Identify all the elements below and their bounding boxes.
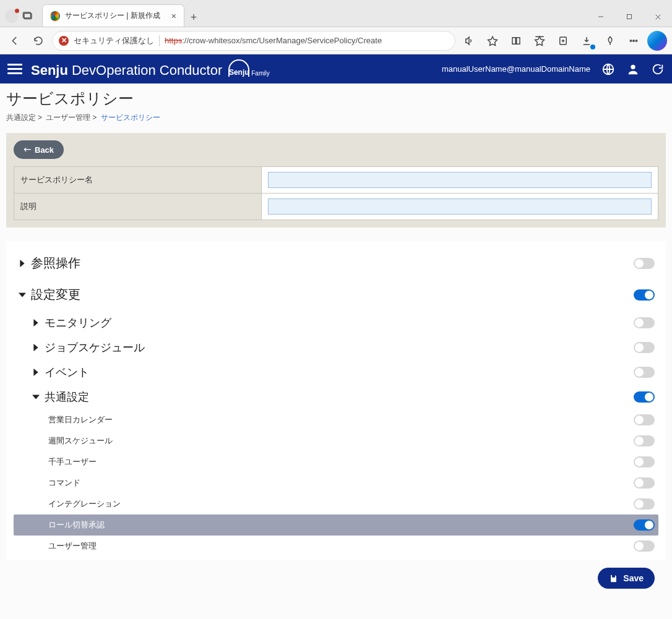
toggle-integration[interactable] xyxy=(634,498,655,510)
input-description[interactable] xyxy=(268,199,652,215)
crumb-service-policy: サービスポリシー xyxy=(101,113,160,122)
reload-app-icon[interactable] xyxy=(651,62,665,76)
node-user-manage[interactable]: ユーザー管理 xyxy=(14,536,658,557)
page-title: サービスポリシー xyxy=(6,88,666,109)
app-header: Senju DevOperation Conductor Senju Famil… xyxy=(0,54,672,83)
svg-point-15 xyxy=(633,40,634,41)
toggle-common[interactable] xyxy=(634,391,655,403)
browser-toolbar: ✕ セキュリティ保護なし https://crow-whitesox/smc/U… xyxy=(0,27,672,54)
toggle-reference[interactable] xyxy=(634,258,655,269)
security-label: セキュリティ保護なし xyxy=(74,35,154,46)
node-jobschedule[interactable]: ジョブスケジュール xyxy=(14,335,658,360)
input-policy-name[interactable] xyxy=(268,172,652,188)
toggle-role-switch[interactable] xyxy=(634,519,655,531)
active-tab[interactable]: サービスポリシー | 新規作成 × xyxy=(42,4,184,27)
svg-point-18 xyxy=(631,64,635,69)
brand: Senju DevOperation Conductor Senju Famil… xyxy=(31,59,270,79)
svg-marker-22 xyxy=(33,344,38,351)
node-config[interactable]: 設定変更 xyxy=(14,279,658,310)
back-button[interactable]: 🡐Back xyxy=(14,140,64,159)
new-tab-button[interactable]: + xyxy=(184,8,203,27)
toggle-jobschedule[interactable] xyxy=(634,342,655,353)
node-event[interactable]: イベント xyxy=(14,360,658,385)
node-weekly[interactable]: 週間スケジュール xyxy=(14,430,658,451)
tab-title: サービスポリシー | 新規作成 xyxy=(65,11,166,21)
split-screen-icon[interactable] xyxy=(506,31,526,51)
toggle-event[interactable] xyxy=(634,367,655,378)
profile-indicator[interactable] xyxy=(5,9,19,23)
close-tab-icon[interactable]: × xyxy=(171,11,176,21)
node-reference[interactable]: 参照操作 xyxy=(14,247,658,279)
favorite-icon[interactable] xyxy=(483,31,502,51)
label-description: 説明 xyxy=(14,194,262,220)
user-label: manualUserName@manualDomainName xyxy=(442,64,590,74)
node-role-switch[interactable]: ロール切替承認 xyxy=(14,514,658,536)
node-integration[interactable]: インテグレーション xyxy=(14,493,658,514)
toggle-senju-user[interactable] xyxy=(634,456,655,467)
toggle-calendar[interactable] xyxy=(634,414,655,425)
svg-rect-3 xyxy=(627,15,632,19)
url-text: https://crow-whitesox/smc/UserManage/Ser… xyxy=(165,36,382,45)
node-command[interactable]: コマンド xyxy=(14,472,658,493)
collections-icon[interactable] xyxy=(553,31,573,51)
security-warning-icon: ✕ xyxy=(59,36,69,46)
toggle-config[interactable] xyxy=(634,289,655,301)
breadcrumb: 共通設定> ユーザー管理> サービスポリシー xyxy=(6,113,666,123)
node-common[interactable]: 共通設定 xyxy=(14,385,658,409)
favorites-bar-icon[interactable] xyxy=(530,31,549,51)
label-policy-name: サービスポリシー名 xyxy=(14,167,262,194)
toggle-command[interactable] xyxy=(634,477,655,489)
svg-marker-9 xyxy=(535,36,545,45)
browser-titlebar: サービスポリシー | 新規作成 × + xyxy=(0,0,672,27)
tab-favicon-icon xyxy=(50,11,60,21)
svg-rect-7 xyxy=(512,37,515,44)
svg-marker-19 xyxy=(20,260,24,267)
close-window-button[interactable] xyxy=(644,7,672,27)
crumb-common[interactable]: 共通設定 xyxy=(6,113,36,122)
more-icon[interactable] xyxy=(624,31,644,51)
svg-point-14 xyxy=(630,40,631,41)
performance-icon[interactable] xyxy=(600,31,620,51)
chevron-down-icon xyxy=(31,393,41,401)
svg-marker-21 xyxy=(33,319,38,327)
svg-rect-8 xyxy=(517,37,520,44)
permission-tree: 参照操作 設定変更 モニタリング ジョブスケジュール イベント 共通設定 xyxy=(6,241,666,560)
user-icon[interactable] xyxy=(626,62,640,76)
svg-marker-24 xyxy=(32,395,40,399)
save-button[interactable]: Save xyxy=(598,568,655,589)
minimize-button[interactable] xyxy=(587,7,615,27)
node-calendar[interactable]: 営業日カレンダー xyxy=(14,409,658,430)
form-card: 🡐Back サービスポリシー名 説明 xyxy=(6,133,666,228)
copilot-icon[interactable] xyxy=(647,31,667,51)
toggle-weekly[interactable] xyxy=(634,435,655,446)
chevron-down-icon xyxy=(17,291,27,299)
globe-icon[interactable] xyxy=(601,62,615,76)
chevron-right-icon xyxy=(17,260,27,267)
back-nav-icon[interactable] xyxy=(5,31,25,51)
crumb-user-manage[interactable]: ユーザー管理 xyxy=(46,113,90,122)
menu-icon[interactable] xyxy=(7,62,22,77)
chevron-right-icon xyxy=(31,344,41,351)
node-senju-user[interactable]: 千手ユーザー xyxy=(14,451,658,472)
read-aloud-icon[interactable] xyxy=(459,31,479,51)
page-body: サービスポリシー 共通設定> ユーザー管理> サービスポリシー 🡐Back サー… xyxy=(0,83,672,619)
tab-actions-icon[interactable] xyxy=(22,11,33,22)
node-monitoring[interactable]: モニタリング xyxy=(14,310,658,335)
toggle-monitoring[interactable] xyxy=(634,317,655,328)
downloads-icon[interactable] xyxy=(577,31,597,51)
form-table: サービスポリシー名 説明 xyxy=(14,166,658,220)
svg-marker-20 xyxy=(19,292,26,297)
toggle-user-manage[interactable] xyxy=(634,540,655,552)
address-bar[interactable]: ✕ セキュリティ保護なし https://crow-whitesox/smc/U… xyxy=(52,31,455,51)
maximize-button[interactable] xyxy=(615,7,644,27)
chevron-right-icon xyxy=(31,319,41,327)
svg-point-16 xyxy=(635,40,637,41)
chevron-right-icon xyxy=(31,369,41,376)
svg-marker-23 xyxy=(33,369,38,376)
svg-marker-6 xyxy=(488,36,498,45)
refresh-icon[interactable] xyxy=(28,31,48,51)
